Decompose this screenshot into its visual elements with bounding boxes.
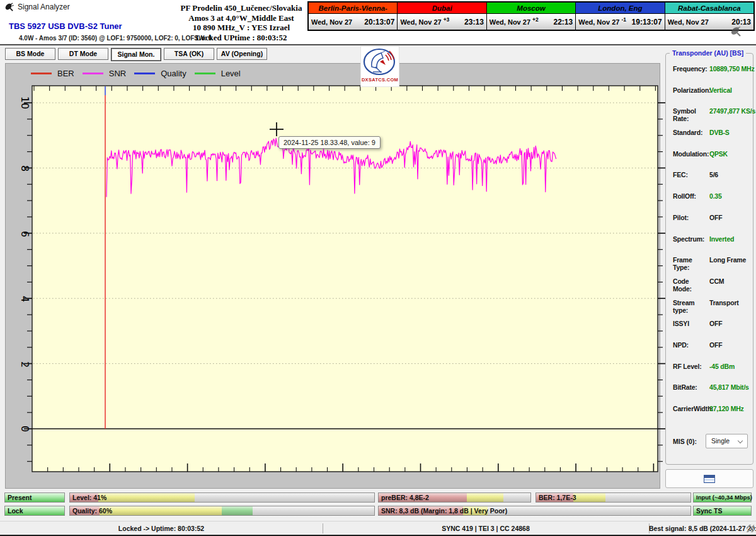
preber-bar: preBER: 4,8E-2	[378, 492, 531, 503]
transponder-row: CarrierWidth:37,120 MHz	[673, 405, 751, 426]
panel-toggle-button[interactable]	[665, 469, 753, 488]
site-info-block: PF Prodelin 450_Lučenec/Slovakia Amos 3 …	[173, 3, 310, 42]
transponder-row: Frame Type:Long Frame	[673, 256, 751, 277]
clock-time: Wed, Nov 27 -1 19:13:07	[576, 14, 664, 30]
mode-tab-bar: BS Mode DT Mode Signal Mon. TSA (OK) AV …	[5, 48, 267, 61]
legend-item-snr: SNR	[83, 69, 126, 78]
site-line: Amos 3 at 4,0°W_Middle East	[173, 13, 310, 23]
transponder-row: RollOff:0.35	[673, 192, 751, 214]
transponder-row: Code Mode:CCM	[673, 277, 751, 299]
status-bar: Locked -> Uptime: 80:03:52 SYNC 419 | TE…	[0, 521, 756, 535]
legend-item-level: Level	[195, 69, 241, 78]
transponder-row: Standard:DVB-S	[673, 129, 751, 150]
present-indicator: Present	[4, 492, 65, 503]
status-sync-counters: SYNC 419 | TEI 3 | CC 24868	[323, 521, 649, 535]
transponder-row: Pilot:OFF	[673, 214, 751, 235]
site-line: Locked UPtime : 80:03:52	[173, 33, 310, 43]
chevron-down-icon	[738, 438, 743, 443]
tuner-title: TBS 5927 USB DVB-S2 Tuner	[9, 21, 122, 31]
quality-line-swatch	[134, 73, 155, 74]
transponder-row: ISSYIOFF	[673, 320, 751, 341]
quality-bar: Quality: 60%	[69, 506, 375, 516]
dxsatcs-dish-icon	[363, 48, 397, 76]
tab-bs-mode[interactable]: BS Mode	[5, 48, 55, 60]
y-tick-label: 8	[16, 160, 31, 177]
y-tick-label: 6	[16, 225, 31, 243]
satellite-dish-icon	[730, 26, 742, 39]
status-best-signal: Best signal: 8,5 dB (2024-11-27 20:11)	[649, 521, 748, 535]
chart-legend: BER SNR Quality Level	[31, 69, 241, 78]
clock-rabat: Rabat-Casablanca Wed, Nov 27 20:13	[665, 3, 753, 30]
legend-item-quality: Quality	[134, 69, 186, 78]
transponder-row: Polarization:Vertical	[673, 86, 751, 108]
site-line: PF Prodelin 450_Lučenec/Slovakia	[173, 3, 310, 13]
clock-time: Wed, Nov 27 +2 22:13	[487, 14, 575, 30]
transponder-row: NPD:OFF	[673, 341, 751, 363]
transponder-row: Stream type:Transport	[673, 299, 751, 320]
ber-line-swatch	[31, 73, 52, 74]
clock-city-label: Moscow	[487, 3, 575, 14]
transponder-row: Symbol Rate:27497,877 KS/s	[673, 107, 751, 129]
input-indicator: Input (~40,34 Mbps)	[693, 492, 752, 503]
signal-chart-area: BER SNR Quality Level 10 8 6 4 2 0	[5, 63, 660, 489]
mis-select[interactable]: Single	[706, 434, 748, 448]
header-separator	[0, 44, 756, 45]
clock-dubai: Dubai Wed, Nov 27 +3 23:13	[398, 3, 486, 30]
panel-window-icon	[704, 475, 715, 483]
y-tick-label: 0	[16, 420, 31, 438]
sync-ts-indicator: Sync TS	[693, 506, 752, 516]
legend-item-ber: BER	[31, 69, 74, 78]
transponder-row: Modulation:QPSK	[673, 150, 751, 172]
y-tick-label: 10	[16, 94, 31, 112]
y-tick-label: 4	[16, 290, 31, 308]
snr-bar: SNR: 8,3 dB (Margin: 1,8 dB | Very Poor)	[378, 506, 691, 516]
tab-dt-mode[interactable]: DT Mode	[58, 48, 108, 60]
transponder-row: Spectrum:Inverted	[673, 235, 751, 257]
dxsatcs-logo: DXSATCS.COM	[360, 46, 399, 87]
transponder-row: RF Level:-45 dBm	[673, 363, 751, 384]
transponder-row: FEC:5/6	[673, 171, 751, 192]
ber-bar: BER: 1,7E-3	[536, 492, 691, 503]
dxsatcs-logo-text: DXSATCS.COM	[361, 77, 399, 83]
satellite-dish-icon	[4, 3, 14, 15]
level-bar: Level: 41%	[69, 492, 375, 503]
clock-city-label: Dubai	[398, 3, 486, 14]
clock-city-label: London, Eng	[576, 3, 664, 14]
clock-city-label: Berlin-Paris-Vienna-Roma	[309, 3, 397, 14]
transponder-panel-title: Transponder (AU) [BS]	[670, 49, 746, 57]
tab-av[interactable]: AV (Opening)	[217, 48, 267, 60]
site-line: 10 890 MHz_V : YES Izrael	[173, 23, 310, 33]
lock-indicator: Lock	[4, 506, 65, 516]
clock-time: Wed, Nov 27 20:13:07	[309, 14, 397, 30]
world-clocks-panel: Berlin-Paris-Vienna-Roma Wed, Nov 27 20:…	[307, 1, 755, 31]
tab-tsa[interactable]: TSA (OK)	[164, 48, 214, 60]
mis-label: MIS (0):	[673, 438, 697, 445]
transponder-rows: Frequency:10889,750 MHz Polarization:Ver…	[673, 65, 751, 426]
window-title: Signal Analyzer	[18, 3, 70, 11]
status-uptime: Locked -> Uptime: 80:03:52	[0, 521, 323, 535]
clock-berlin: Berlin-Paris-Vienna-Roma Wed, Nov 27 20:…	[309, 3, 398, 30]
clock-time: Wed, Nov 27 +3 23:13	[398, 14, 486, 30]
level-line-swatch	[195, 73, 215, 74]
data-point-tooltip: 2024-11-25 18.33.48, value: 9	[278, 136, 381, 149]
clock-city-label: Rabat-Casablanca	[665, 3, 753, 14]
snr-line-swatch	[83, 73, 103, 74]
clock-moscow: Moscow Wed, Nov 27 +2 22:13	[487, 3, 576, 30]
clock-london: London, Eng Wed, Nov 27 -1 19:13:07	[576, 3, 665, 30]
resize-grip[interactable]	[747, 525, 754, 532]
transponder-row: Frequency:10889,750 MHz	[673, 65, 751, 86]
y-tick-label: 2	[16, 356, 31, 373]
transponder-row: BitRate:45,817 Mbit/s	[673, 383, 751, 405]
tab-signal-mon[interactable]: Signal Mon.	[111, 48, 161, 61]
